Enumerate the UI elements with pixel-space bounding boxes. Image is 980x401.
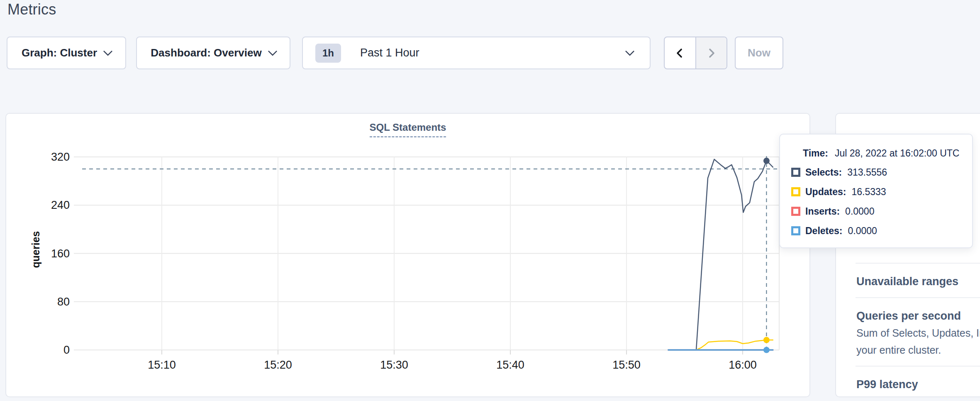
- tooltip-series-row: Selects: 313.5556: [791, 167, 887, 177]
- sidebar-item: P99 latency: [836, 378, 980, 397]
- sidebar-divider: [856, 297, 980, 298]
- chevron-left-icon: [674, 47, 686, 59]
- sidebar-items: Unavailable ranges Queries per second Su…: [836, 263, 980, 397]
- prev-time-button[interactable]: [665, 37, 695, 68]
- time-range-badge: 1h: [315, 44, 341, 63]
- chevron-down-icon: [103, 46, 113, 56]
- series-swatch-icon: [791, 168, 800, 177]
- metrics-page: { "page": { "title": "Metrics" }, "toolb…: [0, 0, 980, 401]
- tooltip-series-value: 313.5556: [847, 167, 887, 178]
- sidebar-item: Unavailable ranges: [836, 275, 980, 297]
- sidebar-item-description: your entire cluster.: [856, 344, 980, 357]
- sidebar-item-title: P99 latency: [856, 378, 980, 391]
- next-time-button[interactable]: [695, 37, 727, 68]
- chevron-down-icon: [268, 46, 277, 56]
- sidebar-item-description: Sum of Selects, Updates, Inser: [856, 327, 980, 340]
- series-swatch-icon: [791, 187, 800, 196]
- tooltip-series-value: 16.5333: [851, 186, 886, 198]
- series-swatch-icon: [791, 226, 800, 235]
- tooltip-series-label: Deletes:: [805, 225, 842, 237]
- now-button[interactable]: Now: [735, 37, 783, 69]
- tooltip-series-row: Updates: 16.5333: [791, 187, 887, 197]
- tooltip-series-value: 0.0000: [848, 225, 877, 237]
- chart-plot-area[interactable]: [74, 157, 779, 350]
- sidebar-divider: [856, 366, 980, 367]
- tooltip-series-rows: Selects: 313.5556 Updates: 16.5333 Inser…: [791, 167, 887, 236]
- now-button-label: Now: [748, 46, 770, 59]
- tooltip-series-label: Updates:: [805, 186, 846, 198]
- time-window-nav: [664, 37, 727, 69]
- sidebar-divider: [856, 263, 980, 264]
- chart-title[interactable]: SQL Statements: [370, 122, 446, 137]
- graph-dropdown[interactable]: Graph: Cluster: [7, 37, 126, 69]
- tooltip-time-row: Time:Jul 28, 2022 at 16:02:00 UTC: [803, 148, 959, 159]
- chevron-down-icon: [625, 46, 635, 56]
- page-title: Metrics: [7, 1, 56, 18]
- series-swatch-icon: [791, 207, 800, 216]
- graph-dropdown-label: Graph: Cluster: [22, 46, 97, 59]
- chart-title-wrap: SQL Statements: [5, 122, 810, 137]
- sidebar-item: Queries per second Sum of Selects, Updat…: [836, 309, 980, 366]
- tooltip-time-label: Time:: [803, 148, 828, 159]
- tooltip-series-label: Selects:: [805, 167, 842, 178]
- time-range-dropdown[interactable]: 1h Past 1 Hour: [302, 37, 651, 69]
- chevron-right-icon: [705, 47, 717, 59]
- tooltip-series-label: Inserts:: [805, 206, 840, 217]
- dashboard-dropdown[interactable]: Dashboard: Overview: [136, 37, 290, 69]
- tooltip-series-row: Inserts: 0.0000: [791, 206, 887, 216]
- tooltip-series-row: Deletes: 0.0000: [791, 226, 887, 236]
- y-axis-label: queries: [30, 231, 42, 268]
- tooltip-series-value: 0.0000: [845, 206, 874, 217]
- chart-hover-tooltip: Time:Jul 28, 2022 at 16:02:00 UTC Select…: [779, 134, 973, 248]
- time-range-label: Past 1 Hour: [360, 46, 419, 59]
- tooltip-time-value: Jul 28, 2022 at 16:02:00 UTC: [835, 148, 959, 159]
- sidebar-item-title: Queries per second: [856, 309, 980, 323]
- sidebar-item-title: Unavailable ranges: [856, 275, 980, 288]
- dashboard-dropdown-label: Dashboard: Overview: [151, 46, 261, 59]
